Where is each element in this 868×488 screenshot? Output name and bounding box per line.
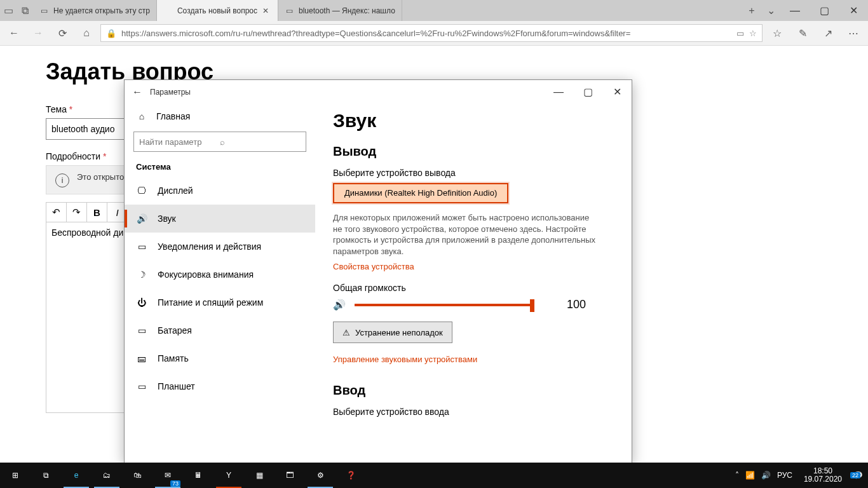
sidebar-item-power[interactable]: ⏻Питание и спящий режим [125,288,315,316]
set-aside-icon[interactable]: ⧉ [19,5,31,17]
tab-label: Не удается открыть эту стр [53,6,150,15]
output-device-label: Выберите устройство вывода [333,168,614,178]
sound-icon: 🔊 [136,214,147,224]
home-button[interactable]: ⌂ [76,23,97,43]
settings-close-button[interactable]: ✕ [602,83,632,102]
slider-thumb[interactable] [530,299,534,312]
wifi-icon[interactable]: 📶 [745,471,755,480]
settings-sidebar: ⌂ Главная Найти параметр ⌕ Система 🖵Дисп… [125,104,315,463]
sidebar-item-focus[interactable]: ☽Фокусировка внимания [125,261,315,288]
undo-button[interactable]: ↶ [46,203,67,222]
battery-icon: ▭ [136,325,147,336]
back-button[interactable]: ← [4,23,24,43]
output-description: Для некоторых приложений может быть наст… [333,212,600,257]
tray-volume-icon[interactable]: 🔊 [761,471,771,480]
settings-title: Параметры [150,88,544,97]
maximize-button[interactable]: ▢ [810,0,839,21]
warning-icon: ⚠ [342,328,350,337]
tab-2[interactable]: ▭ bluetooth — Яндекс: нашло [278,0,402,21]
sidebar-item-sound[interactable]: 🔊Звук [125,205,315,233]
close-window-button[interactable]: ✕ [839,0,868,21]
page-icon: ▭ [285,6,294,15]
sidebar-item-label: Память [158,353,189,363]
refresh-button[interactable]: ⟳ [52,23,72,43]
microsoft-icon [163,6,172,15]
taskbar-help[interactable]: ❓ [336,463,366,488]
info-icon: i [55,173,69,187]
close-tab-icon[interactable]: ✕ [262,6,271,15]
volume-value: 100 [567,298,586,311]
sidebar-item-label: Уведомления и действия [158,241,261,252]
minimize-button[interactable]: — [780,0,810,21]
forward-button: → [28,23,48,43]
taskbar-explorer[interactable]: 🗂 [92,463,122,488]
settings-minimize-button[interactable]: — [544,83,573,102]
settings-page-title: Звук [333,110,614,132]
device-properties-link[interactable]: Свойства устройства [333,262,614,271]
tab-label: Создать новый вопрос [177,6,257,15]
taskbar-app2[interactable]: 🗔 [275,463,305,488]
settings-maximize-button[interactable]: ▢ [573,83,602,102]
input-heading: Ввод [333,383,614,398]
troubleshoot-label: Устранение неполадок [355,328,443,337]
share-icon[interactable]: ↗ [817,23,839,43]
troubleshoot-button[interactable]: ⚠Устранение неполадок [333,322,452,343]
new-tab-button[interactable]: + [742,0,761,21]
sidebar-item-storage[interactable]: 🖴Память [125,344,315,372]
settings-more-icon[interactable]: ⋯ [843,23,864,43]
sidebar-item-label: Питание и спящий режим [158,297,263,308]
moon-icon: ☽ [136,269,147,280]
sidebar-item-notifications[interactable]: ▭Уведомления и действия [125,233,315,261]
volume-icon[interactable]: 🔊 [333,299,346,311]
output-heading: Вывод [333,144,614,159]
manage-devices-link[interactable]: Управление звуковыми устройствами [333,355,614,364]
sidebar-item-label: Звук [158,214,176,224]
reading-view-icon[interactable]: ▭ [736,29,744,38]
notification-icon: ▭ [136,241,147,252]
output-device-dropdown[interactable]: Динамики (Realtek High Definition Audio) [333,183,508,203]
settings-window: ← Параметры — ▢ ✕ ⌂ Главная Найти параме… [124,79,632,463]
notes-icon[interactable]: ✎ [792,23,813,43]
favorites-icon[interactable]: ☆ [766,23,788,43]
sidebar-home[interactable]: ⌂ Главная [125,104,315,129]
input-device-label: Выберите устройство ввода [333,407,614,417]
back-icon[interactable]: ← [125,86,150,98]
tabs-overview-icon[interactable]: ▭ [3,5,14,17]
redo-button[interactable]: ↷ [67,203,87,222]
volume-label: Общая громкость [333,283,614,293]
tab-0[interactable]: ▭ Не удается открыть эту стр [33,0,157,21]
language-indicator[interactable]: РУС [777,471,792,480]
tab-1[interactable]: Создать новый вопрос ✕ [157,0,278,21]
taskbar-yandex[interactable]: Y [214,463,244,488]
system-tray: ˄ 📶 🔊 РУС 18:50 19.07.2020 💬22 [735,467,868,484]
favorite-star-icon[interactable]: ☆ [749,29,757,38]
bold-button[interactable]: B [87,203,107,222]
action-center-icon[interactable]: 💬22 [853,471,863,480]
tab-menu-icon[interactable]: ⌄ [761,0,780,21]
sidebar-item-battery[interactable]: ▭Батарея [125,316,315,344]
sidebar-category: Система [125,162,315,177]
clock[interactable]: 18:50 19.07.2020 [799,467,847,484]
tray-chevron-icon[interactable]: ˄ [735,471,739,480]
sidebar-home-label: Главная [156,111,190,121]
tab-label: bluetooth — Яндекс: нашло [299,6,395,15]
start-button[interactable]: ⊞ [0,463,31,488]
taskbar-edge[interactable]: e [61,463,92,488]
clock-date: 19.07.2020 [804,475,842,484]
search-icon: ⌕ [220,137,301,147]
tablet-icon: ▭ [136,381,147,391]
settings-search[interactable]: Найти параметр ⌕ [133,132,306,152]
task-view-button[interactable]: ⧉ [31,463,61,488]
taskbar-store[interactable]: 🛍 [122,463,153,488]
volume-slider[interactable] [355,304,532,306]
settings-titlebar: ← Параметры — ▢ ✕ [125,80,632,104]
lock-icon: 🔒 [106,29,116,38]
taskbar-calculator[interactable]: 🖩 [183,463,214,488]
taskbar-mail[interactable]: ✉73 [153,463,183,488]
sidebar-item-tablet[interactable]: ▭Планшет [125,372,315,400]
url-box[interactable]: 🔒 https://answers.microsoft.com/ru-ru/ne… [100,24,763,42]
sidebar-item-display[interactable]: 🖵Дисплей [125,177,315,205]
sidebar-item-label: Батарея [158,325,192,336]
taskbar-settings[interactable]: ⚙ [305,463,336,488]
taskbar-app[interactable]: ▦ [244,463,275,488]
